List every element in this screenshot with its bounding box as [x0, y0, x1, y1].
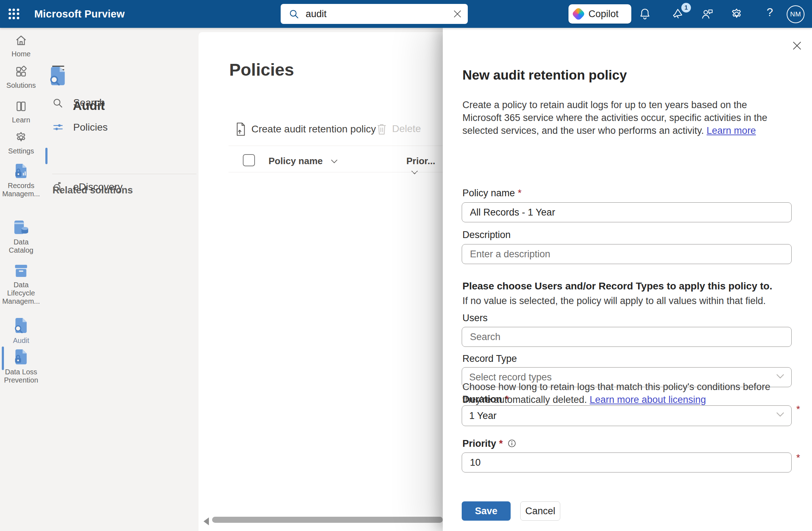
required-asterisk: *	[518, 188, 522, 198]
rail-item-label: Audit	[1, 337, 41, 345]
required-asterisk: *	[499, 438, 503, 449]
rail-item-label: Solutions	[1, 81, 41, 90]
close-panel-icon[interactable]	[791, 40, 803, 52]
left-pane: Home Solutions Learn Settings Records Ma…	[0, 28, 199, 531]
delete-button[interactable]: Delete	[376, 122, 421, 136]
create-button-label: Create audit retention policy	[251, 123, 376, 135]
notification-badge: 1	[681, 3, 691, 12]
priority-field[interactable]	[462, 452, 792, 472]
create-audit-retention-policy-button[interactable]: Create audit retention policy	[234, 122, 376, 136]
chevron-down-icon	[776, 373, 785, 380]
description-field[interactable]	[462, 244, 792, 264]
sidebar-divider	[52, 174, 196, 174]
priority-input[interactable]	[469, 457, 778, 469]
records-management-icon	[14, 163, 28, 178]
scroll-left-arrow[interactable]	[204, 517, 209, 525]
rail-item-settings[interactable]: Settings	[0, 131, 42, 155]
required-asterisk: *	[796, 452, 800, 464]
help-icon[interactable]: ?	[763, 6, 776, 21]
chevron-down-icon	[776, 411, 785, 418]
home-icon	[15, 34, 27, 47]
rail-item-label: Settings	[1, 147, 41, 155]
feedback-person-icon[interactable]	[701, 7, 714, 20]
data-catalog-icon	[14, 221, 29, 235]
main-content: Policies Create audit retention policy D…	[199, 32, 443, 531]
policies-sliders-icon	[52, 121, 64, 133]
sidebar-item-search[interactable]: Search	[52, 97, 105, 108]
waffle-icon	[8, 8, 20, 20]
search-icon	[52, 97, 63, 108]
choose-section-subtext: If no value is selected, the policy will…	[462, 295, 766, 307]
column-label: Policy name	[269, 156, 323, 166]
top-bar: Microsoft Purview Copilot 1 ? NM	[0, 0, 812, 28]
rail-item-label: Learn	[1, 116, 41, 124]
users-label: Users	[462, 313, 488, 324]
global-search-input[interactable]	[305, 8, 438, 20]
rail-item-label: Records Managem...	[1, 182, 41, 198]
rail-item-home[interactable]: Home	[0, 34, 42, 58]
notifications-bell-icon[interactable]	[638, 7, 651, 20]
delete-button-label: Delete	[392, 123, 421, 135]
global-search-box[interactable]	[281, 4, 468, 24]
rail-item-audit[interactable]: Audit	[0, 318, 42, 345]
select-all-checkbox[interactable]	[243, 154, 255, 166]
search-icon	[289, 9, 299, 19]
required-asterisk: *	[796, 404, 800, 415]
sidebar-item-label: Search	[73, 97, 105, 108]
new-document-icon	[234, 122, 247, 136]
duration-value: 1 Year	[469, 410, 497, 421]
audit-solution-icon	[50, 66, 66, 86]
choose-section-heading: Please choose Users and/or Record Types …	[462, 280, 772, 292]
sidebar-item-label: eDiscovery	[73, 181, 122, 193]
toolbar-divider	[229, 146, 443, 146]
panel-intro: Create a policy to retain audit logs for…	[462, 98, 787, 137]
horizontal-scrollbar-thumb[interactable]	[212, 517, 443, 523]
new-audit-retention-policy-panel: New audit retention policy Create a poli…	[443, 28, 812, 531]
sidebar-item-label: Policies	[73, 122, 107, 133]
clear-search-icon[interactable]	[452, 9, 463, 19]
learn-more-link[interactable]: Learn more	[707, 125, 756, 136]
rail-item-learn[interactable]: Learn	[0, 100, 42, 124]
copilot-icon	[571, 7, 586, 21]
sort-chevron-icon	[411, 170, 418, 175]
account-avatar[interactable]: NM	[787, 5, 805, 23]
policy-name-input[interactable]	[469, 207, 778, 218]
audit-icon	[14, 318, 28, 333]
rail-item-solutions[interactable]: Solutions	[0, 65, 42, 90]
rail-item-label: Home	[1, 50, 41, 58]
description-label: Description	[462, 229, 511, 241]
description-input[interactable]	[469, 248, 778, 260]
users-search-input[interactable]	[469, 331, 778, 343]
page-title: Policies	[229, 60, 294, 80]
panel-title: New audit retention policy	[462, 68, 627, 83]
rail-item-label: Data Catalog	[1, 238, 41, 254]
record-type-label: Record Type	[462, 353, 517, 364]
settings-gear-icon[interactable]	[730, 7, 743, 20]
rail-item-data-lifecycle-management[interactable]: Data Lifecycle Managem...	[0, 264, 42, 305]
solutions-icon	[15, 65, 27, 78]
priority-label: Priority*	[462, 438, 517, 451]
rail-item-records-management[interactable]: Records Managem...	[0, 163, 42, 198]
policy-name-field[interactable]	[462, 202, 792, 222]
sort-chevron-icon	[330, 159, 338, 164]
copilot-button[interactable]: Copilot	[568, 4, 631, 24]
sidebar-selection-indicator	[45, 148, 47, 164]
sidebar-item-ediscovery[interactable]: eDiscovery	[52, 181, 122, 193]
rail-item-data-catalog[interactable]: Data Catalog	[0, 221, 42, 254]
sidebar-item-policies[interactable]: Policies	[52, 121, 107, 133]
duration-dropdown[interactable]: 1 Year	[462, 405, 792, 426]
column-header-policy-name[interactable]: Policy name	[269, 156, 338, 167]
info-icon[interactable]	[507, 439, 517, 451]
cancel-button[interactable]: Cancel	[520, 501, 560, 521]
users-field[interactable]	[462, 327, 792, 347]
rail-item-label: Data Loss Prevention	[1, 368, 41, 384]
trash-icon	[376, 122, 388, 136]
data-lifecycle-icon	[14, 264, 28, 278]
policy-name-label: Policy name*	[462, 188, 522, 199]
licensing-link[interactable]: Learn more about licensing	[590, 394, 706, 405]
column-header-priority[interactable]: Prior...	[406, 156, 443, 178]
rail-item-data-loss-prevention[interactable]: Data Loss Prevention	[0, 349, 42, 384]
table-header-divider	[229, 172, 443, 172]
app-launcher-button[interactable]	[5, 5, 23, 23]
save-button[interactable]: Save	[462, 501, 511, 521]
